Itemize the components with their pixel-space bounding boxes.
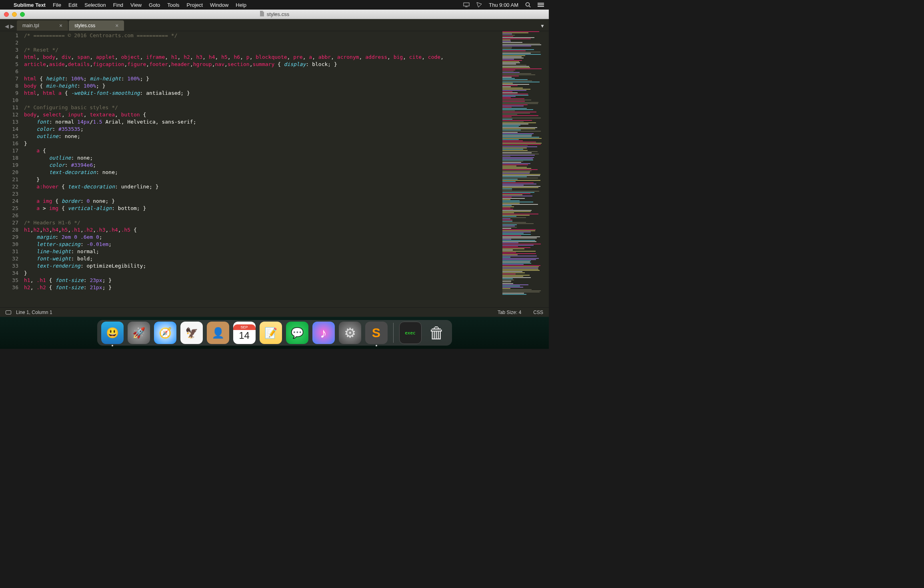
tab-main-tpl[interactable]: main.tpl× [17, 20, 68, 31]
macos-menubar: Sublime Text File Edit Selection Find Vi… [0, 0, 549, 10]
nav-back-icon[interactable]: ◀ [4, 23, 10, 29]
status-tabsize[interactable]: Tab Size: 4 [498, 310, 521, 315]
window-title: styles.css [260, 11, 289, 18]
minimap[interactable] [501, 31, 549, 307]
dock-itunes-icon[interactable]: ♪ [312, 322, 335, 344]
dock-contacts-icon[interactable]: 👤 [207, 322, 229, 344]
menu-tools[interactable]: Tools [167, 2, 179, 8]
app-menu[interactable]: Sublime Text [14, 2, 46, 8]
tab-label: main.tpl [22, 23, 39, 28]
tab-close-icon[interactable]: × [115, 23, 118, 28]
desktop: 😃🚀🧭🦅👤SEP14📝💬♪⚙︎Sexec🗑 [0, 317, 549, 349]
spotlight-icon[interactable] [525, 2, 531, 8]
dock-separator [393, 323, 394, 343]
window-maximize-button[interactable] [20, 12, 25, 17]
line-gutter: 1234567891011121314151617181920212223242… [0, 31, 24, 307]
menu-goto[interactable]: Goto [149, 2, 160, 8]
status-bar: Line 1, Column 1 Tab Size: 4 CSS [0, 307, 549, 317]
window-close-button[interactable] [4, 12, 9, 17]
status-cursor: Line 1, Column 1 [16, 310, 52, 315]
dock-mail-icon[interactable]: 🦅 [180, 322, 203, 344]
menubar-clock[interactable]: Thu 9:00 AM [489, 2, 518, 8]
dock-trash-icon[interactable]: 🗑 [426, 322, 448, 344]
window-titlebar: styles.css [0, 10, 549, 19]
tab-dropdown-icon[interactable]: ▼ [536, 21, 549, 31]
menu-extras-icon[interactable] [538, 2, 544, 8]
dock: 😃🚀🧭🦅👤SEP14📝💬♪⚙︎Sexec🗑 [97, 320, 452, 346]
menu-project[interactable]: Project [187, 2, 203, 8]
panel-switcher-icon[interactable] [6, 310, 11, 314]
svg-point-2 [526, 3, 530, 6]
menu-file[interactable]: File [53, 2, 61, 8]
svg-line-3 [529, 6, 530, 7]
dock-launchpad-icon[interactable]: 🚀 [128, 322, 150, 344]
dock-safari-icon[interactable]: 🧭 [154, 322, 176, 344]
dock-messages-icon[interactable]: 💬 [286, 322, 308, 344]
tab-close-icon[interactable]: × [59, 23, 62, 28]
menu-edit[interactable]: Edit [68, 2, 77, 8]
menu-find[interactable]: Find [113, 2, 123, 8]
menu-view[interactable]: View [130, 2, 142, 8]
nav-forward-icon[interactable]: ▶ [10, 23, 15, 29]
display-icon[interactable] [463, 2, 470, 8]
status-language[interactable]: CSS [533, 310, 543, 315]
window-minimize-button[interactable] [12, 12, 17, 17]
tab-bar: ◀ ▶ main.tpl×styles.css× ▼ [0, 19, 549, 31]
file-icon [260, 11, 264, 18]
dock-notes-icon[interactable]: 📝 [260, 322, 282, 344]
dock-sublime-text-icon[interactable]: S [365, 322, 388, 344]
svg-rect-0 [464, 3, 469, 6]
script-icon[interactable] [476, 2, 482, 8]
editor[interactable]: 1234567891011121314151617181920212223242… [0, 31, 549, 307]
menu-window[interactable]: Window [210, 2, 228, 8]
dock-calendar-icon[interactable]: SEP14 [233, 322, 256, 344]
tab-styles-css[interactable]: styles.css× [69, 20, 124, 31]
code-area[interactable]: /* ========== © 2016 Centroarts.com ====… [24, 31, 501, 307]
dock-system-preferences-icon[interactable]: ⚙︎ [339, 322, 361, 344]
menu-selection[interactable]: Selection [84, 2, 106, 8]
dock-finder-icon[interactable]: 😃 [101, 322, 124, 344]
dock-terminal-icon[interactable]: exec [399, 322, 422, 344]
tab-label: styles.css [74, 23, 95, 28]
menu-help[interactable]: Help [236, 2, 246, 8]
